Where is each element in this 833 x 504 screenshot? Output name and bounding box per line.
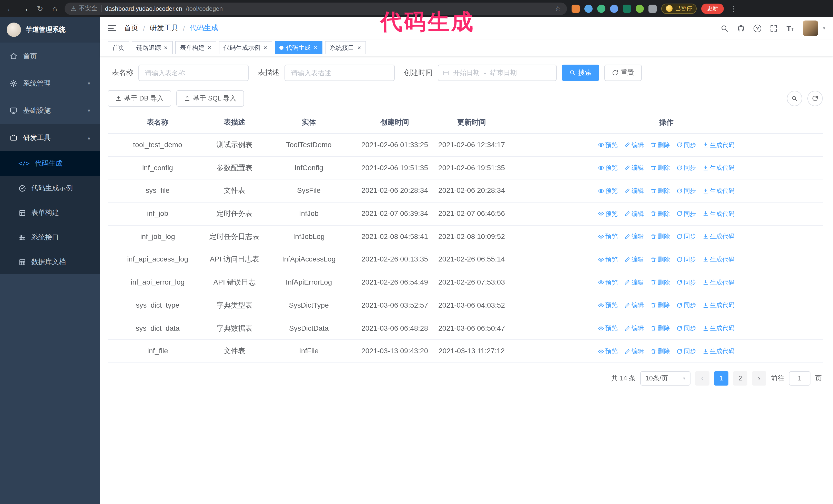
generate-code-link[interactable]: 生成代码 bbox=[703, 346, 735, 356]
delete-link[interactable]: 删除 bbox=[650, 255, 670, 264]
edit-link[interactable]: 编辑 bbox=[624, 186, 644, 196]
edit-link[interactable]: 编辑 bbox=[624, 255, 644, 264]
preview-link[interactable]: 预览 bbox=[598, 278, 618, 287]
close-icon[interactable]: × bbox=[357, 45, 361, 51]
goto-page-input[interactable] bbox=[789, 371, 810, 386]
generate-code-link[interactable]: 生成代码 bbox=[703, 301, 735, 310]
extensions-puzzle-icon[interactable] bbox=[648, 4, 657, 13]
avatar-caret-icon[interactable]: ▾ bbox=[823, 26, 825, 31]
delete-link[interactable]: 删除 bbox=[650, 209, 670, 218]
profile-paused-badge[interactable]: 已暂停 bbox=[661, 3, 697, 14]
extension-icon-teal[interactable] bbox=[623, 4, 631, 13]
extension-icon-vue[interactable] bbox=[597, 4, 605, 13]
delete-link[interactable]: 删除 bbox=[650, 140, 670, 150]
browser-back-icon[interactable]: ← bbox=[5, 4, 15, 13]
preview-link[interactable]: 预览 bbox=[598, 209, 618, 218]
tab-codegen-example[interactable]: 代码生成示例 × bbox=[219, 41, 272, 54]
browser-reload-icon[interactable]: ↻ bbox=[35, 4, 45, 13]
edit-link[interactable]: 编辑 bbox=[624, 323, 644, 333]
close-icon[interactable]: × bbox=[313, 45, 318, 51]
delete-link[interactable]: 删除 bbox=[650, 278, 670, 287]
bookmark-star-icon[interactable]: ☆ bbox=[555, 5, 561, 12]
prev-page-button[interactable]: ‹ bbox=[695, 371, 710, 386]
edit-link[interactable]: 编辑 bbox=[624, 163, 644, 172]
table-name-input[interactable] bbox=[138, 65, 248, 81]
security-chip[interactable]: ⚠ 不安全 bbox=[71, 4, 97, 13]
generate-code-link[interactable]: 生成代码 bbox=[703, 163, 735, 172]
edit-link[interactable]: 编辑 bbox=[624, 301, 644, 310]
sync-link[interactable]: 同步 bbox=[677, 163, 696, 172]
sidebar-item-codegen[interactable]: </> 代码生成 bbox=[0, 151, 100, 176]
extension-icon-orange[interactable] bbox=[572, 4, 580, 13]
page-button-2[interactable]: 2 bbox=[733, 371, 747, 386]
tab-trace[interactable]: 链路追踪 × bbox=[132, 41, 173, 54]
edit-link[interactable]: 编辑 bbox=[624, 232, 644, 241]
extension-icon-people[interactable] bbox=[610, 4, 618, 13]
breadcrumb-item[interactable]: 首页 bbox=[124, 24, 138, 33]
preview-link[interactable]: 预览 bbox=[598, 301, 618, 310]
generate-code-link[interactable]: 生成代码 bbox=[703, 323, 735, 333]
search-button[interactable]: 搜索 bbox=[562, 65, 599, 81]
sidebar-logo[interactable]: 芋道管理系统 bbox=[0, 17, 100, 43]
generate-code-link[interactable]: 生成代码 bbox=[703, 186, 735, 196]
sidebar-item-system-mgmt[interactable]: 系统管理 ▾ bbox=[0, 70, 100, 97]
hamburger-icon[interactable] bbox=[108, 25, 116, 31]
generate-code-link[interactable]: 生成代码 bbox=[703, 209, 735, 218]
sync-link[interactable]: 同步 bbox=[677, 323, 696, 333]
preview-link[interactable]: 预览 bbox=[598, 140, 618, 150]
delete-link[interactable]: 删除 bbox=[650, 163, 670, 172]
address-bar[interactable]: ⚠ 不安全 dashboard.yudao.iocoder.cn/tool/co… bbox=[65, 2, 567, 15]
page-size-select[interactable]: 10条/页 ▾ bbox=[640, 371, 690, 386]
preview-link[interactable]: 预览 bbox=[598, 232, 618, 241]
browser-menu-kebab-icon[interactable]: ⋮ bbox=[729, 4, 739, 13]
tab-home[interactable]: 首页 bbox=[108, 41, 129, 54]
sync-link[interactable]: 同步 bbox=[677, 209, 696, 218]
generate-code-link[interactable]: 生成代码 bbox=[703, 232, 735, 241]
table-desc-input[interactable] bbox=[285, 65, 395, 81]
import-sql-button[interactable]: 基于 SQL 导入 bbox=[176, 90, 244, 106]
github-icon[interactable] bbox=[737, 24, 745, 32]
edit-link[interactable]: 编辑 bbox=[624, 209, 644, 218]
refresh-table-button[interactable] bbox=[807, 91, 823, 106]
browser-home-icon[interactable]: ⌂ bbox=[50, 4, 60, 13]
sidebar-item-home[interactable]: 首页 bbox=[0, 43, 100, 70]
sync-link[interactable]: 同步 bbox=[677, 346, 696, 356]
preview-link[interactable]: 预览 bbox=[598, 255, 618, 264]
generate-code-link[interactable]: 生成代码 bbox=[703, 140, 735, 150]
sync-link[interactable]: 同步 bbox=[677, 301, 696, 310]
import-db-button[interactable]: 基于 DB 导入 bbox=[108, 90, 171, 106]
close-icon[interactable]: × bbox=[164, 45, 168, 51]
delete-link[interactable]: 删除 bbox=[650, 346, 670, 356]
sidebar-item-db-doc[interactable]: 数据库文档 bbox=[0, 250, 100, 274]
user-avatar[interactable] bbox=[803, 21, 818, 36]
sidebar-item-codegen-example[interactable]: 代码生成示例 bbox=[0, 176, 100, 200]
sidebar-item-system-api[interactable]: 系统接口 bbox=[0, 225, 100, 250]
sidebar-item-form-builder[interactable]: 表单构建 bbox=[0, 200, 100, 225]
tab-form-builder[interactable]: 表单构建 × bbox=[175, 41, 216, 54]
edit-link[interactable]: 编辑 bbox=[624, 278, 644, 287]
preview-link[interactable]: 预览 bbox=[598, 323, 618, 333]
close-icon[interactable]: × bbox=[207, 45, 212, 51]
delete-link[interactable]: 删除 bbox=[650, 323, 670, 333]
sync-link[interactable]: 同步 bbox=[677, 255, 696, 264]
chrome-update-button[interactable]: 更新 bbox=[701, 3, 724, 14]
edit-link[interactable]: 编辑 bbox=[624, 346, 644, 356]
preview-link[interactable]: 预览 bbox=[598, 186, 618, 196]
delete-link[interactable]: 删除 bbox=[650, 186, 670, 196]
generate-code-link[interactable]: 生成代码 bbox=[703, 255, 735, 264]
sidebar-item-infrastructure[interactable]: 基础设施 ▾ bbox=[0, 97, 100, 124]
sync-link[interactable]: 同步 bbox=[677, 232, 696, 241]
delete-link[interactable]: 删除 bbox=[650, 232, 670, 241]
close-icon[interactable]: × bbox=[263, 45, 268, 51]
sync-link[interactable]: 同步 bbox=[677, 186, 696, 196]
generate-code-link[interactable]: 生成代码 bbox=[703, 278, 735, 287]
page-button-1[interactable]: 1 bbox=[714, 371, 729, 386]
reset-button[interactable]: 重置 bbox=[604, 65, 642, 81]
delete-link[interactable]: 删除 bbox=[650, 301, 670, 310]
tab-system-api[interactable]: 系统接口 × bbox=[325, 41, 366, 54]
next-page-button[interactable]: › bbox=[752, 371, 766, 386]
font-size-icon[interactable]: TT bbox=[786, 24, 794, 32]
preview-link[interactable]: 预览 bbox=[598, 346, 618, 356]
fullscreen-icon[interactable] bbox=[770, 24, 778, 32]
breadcrumb-item[interactable]: 研发工具 bbox=[150, 24, 178, 33]
